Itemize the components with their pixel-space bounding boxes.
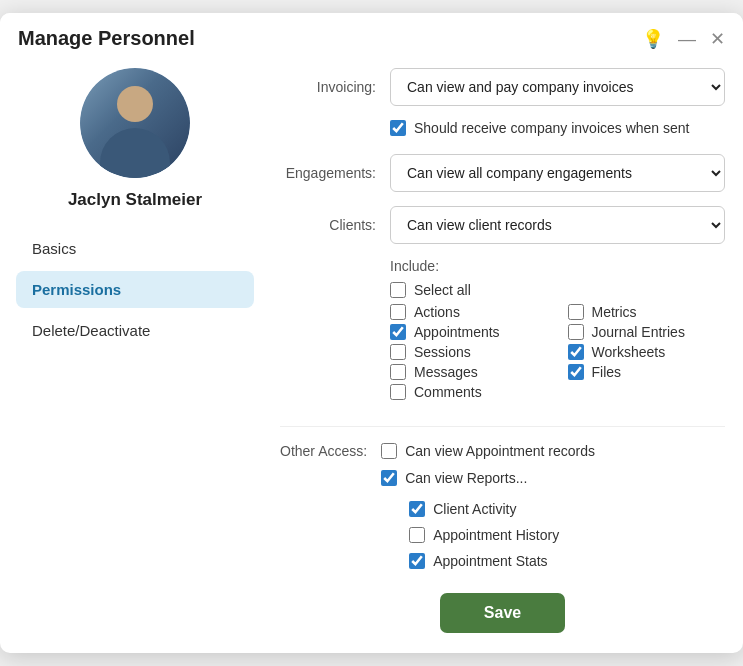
save-row: Save — [280, 593, 725, 633]
view-appointment-records-row: Can view Appointment records — [381, 443, 725, 459]
clients-label: Clients: — [280, 217, 390, 233]
sidebar-item-delete-deactivate[interactable]: Delete/Deactivate — [16, 312, 254, 349]
select-all-checkbox[interactable] — [390, 282, 406, 298]
appointment-stats-row: Appointment Stats — [409, 553, 725, 569]
view-appointment-records-checkbox[interactable] — [381, 443, 397, 459]
other-access-items: Can view Appointment records Can view Re… — [381, 443, 725, 573]
save-button[interactable]: Save — [440, 593, 565, 633]
content-area: Jaclyn Stalmeier Basics Permissions Dele… — [0, 58, 743, 653]
journal-entries-row: Journal Entries — [568, 324, 726, 340]
metrics-label: Metrics — [592, 304, 637, 320]
close-icon[interactable]: ✕ — [710, 30, 725, 48]
select-all-row: Select all — [390, 282, 725, 298]
journal-entries-label: Journal Entries — [592, 324, 685, 340]
main-content: Invoicing: Can view and pay company invo… — [270, 68, 743, 633]
sessions-row: Sessions — [390, 344, 548, 360]
appointment-stats-checkbox[interactable] — [409, 553, 425, 569]
include-grid: Actions Appointments Sessions — [390, 304, 725, 404]
include-section: Include: Select all Actions — [280, 258, 725, 410]
actions-label: Actions — [414, 304, 460, 320]
sidebar: Jaclyn Stalmeier Basics Permissions Dele… — [0, 68, 270, 633]
engagements-row: Engagements: Can view all company engage… — [280, 154, 725, 192]
title-bar: Manage Personnel 💡 — ✕ — [0, 13, 743, 58]
clients-control: Can view client records No access — [390, 206, 725, 244]
user-name: Jaclyn Stalmeier — [68, 190, 202, 210]
other-access-label: Other Access: — [280, 443, 381, 573]
minimize-icon[interactable]: — — [678, 30, 696, 48]
avatar — [80, 68, 190, 178]
view-reports-row: Can view Reports... — [381, 470, 725, 486]
window-title: Manage Personnel — [18, 27, 195, 50]
title-bar-actions: 💡 — ✕ — [642, 30, 725, 48]
appointments-checkbox[interactable] — [390, 324, 406, 340]
files-row: Files — [568, 364, 726, 380]
comments-row: Comments — [390, 384, 548, 400]
sidebar-item-permissions[interactable]: Permissions — [16, 271, 254, 308]
invoicing-dropdown[interactable]: Can view and pay company invoices Can vi… — [390, 68, 725, 106]
comments-checkbox[interactable] — [390, 384, 406, 400]
comments-label: Comments — [414, 384, 482, 400]
lightbulb-icon[interactable]: 💡 — [642, 30, 664, 48]
include-label: Include: — [390, 258, 725, 274]
sessions-checkbox[interactable] — [390, 344, 406, 360]
appointments-label: Appointments — [414, 324, 500, 340]
messages-checkbox[interactable] — [390, 364, 406, 380]
sessions-label: Sessions — [414, 344, 471, 360]
worksheets-label: Worksheets — [592, 344, 666, 360]
client-activity-checkbox[interactable] — [409, 501, 425, 517]
messages-label: Messages — [414, 364, 478, 380]
divider — [280, 426, 725, 427]
worksheets-checkbox[interactable] — [568, 344, 584, 360]
appointment-history-row: Appointment History — [409, 527, 725, 543]
clients-row: Clients: Can view client records No acce… — [280, 206, 725, 244]
actions-checkbox[interactable] — [390, 304, 406, 320]
engagements-dropdown[interactable]: Can view all company engagements Can vie… — [390, 154, 725, 192]
files-checkbox[interactable] — [568, 364, 584, 380]
metrics-row: Metrics — [568, 304, 726, 320]
messages-row: Messages — [390, 364, 548, 380]
engagements-control: Can view all company engagements Can vie… — [390, 154, 725, 192]
invoices-sent-checkbox[interactable] — [390, 120, 406, 136]
invoicing-checkbox-group: Should receive company invoices when sen… — [390, 120, 725, 136]
client-activity-label: Client Activity — [433, 501, 516, 517]
appointment-history-label: Appointment History — [433, 527, 559, 543]
invoices-sent-label: Should receive company invoices when sen… — [414, 120, 690, 136]
manage-personnel-window: Manage Personnel 💡 — ✕ Jaclyn Stalmeier … — [0, 13, 743, 653]
invoicing-label: Invoicing: — [280, 79, 390, 95]
engagements-label: Engagements: — [280, 165, 390, 181]
view-reports-label: Can view Reports... — [405, 470, 527, 486]
select-all-label: Select all — [414, 282, 471, 298]
invoicing-control: Can view and pay company invoices Can vi… — [390, 68, 725, 106]
client-activity-row: Client Activity — [409, 501, 725, 517]
actions-row: Actions — [390, 304, 548, 320]
view-reports-checkbox[interactable] — [381, 470, 397, 486]
files-label: Files — [592, 364, 622, 380]
appointments-row: Appointments — [390, 324, 548, 340]
view-appointment-records-label: Can view Appointment records — [405, 443, 595, 459]
sidebar-item-basics[interactable]: Basics — [16, 230, 254, 267]
reports-sub-items: Client Activity Appointment History Appo… — [409, 501, 725, 573]
avatar-image — [80, 68, 190, 178]
invoicing-row: Invoicing: Can view and pay company invo… — [280, 68, 725, 106]
worksheets-row: Worksheets — [568, 344, 726, 360]
metrics-checkbox[interactable] — [568, 304, 584, 320]
appointment-history-checkbox[interactable] — [409, 527, 425, 543]
journal-entries-checkbox[interactable] — [568, 324, 584, 340]
include-right-col: Metrics Journal Entries Worksheets — [568, 304, 726, 404]
appointment-stats-label: Appointment Stats — [433, 553, 547, 569]
include-left-col: Actions Appointments Sessions — [390, 304, 548, 404]
clients-dropdown[interactable]: Can view client records No access — [390, 206, 725, 244]
invoicing-checkbox-row: Should receive company invoices when sen… — [280, 120, 725, 140]
other-access-section: Other Access: Can view Appointment recor… — [280, 443, 725, 573]
